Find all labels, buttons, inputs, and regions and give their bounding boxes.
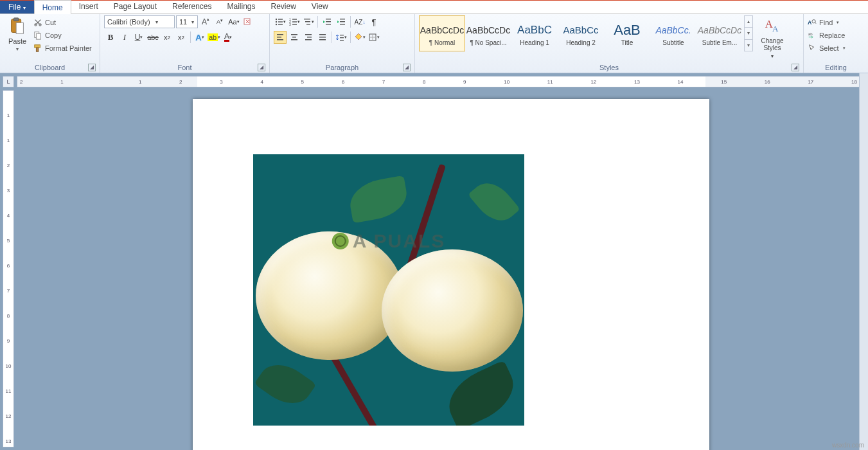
- svg-rect-1: [13, 18, 19, 21]
- multilevel-button[interactable]: ▾: [302, 15, 315, 28]
- shrink-font-button[interactable]: A▾: [213, 15, 226, 28]
- align-center-button[interactable]: [288, 31, 301, 44]
- change-case-button[interactable]: Aa▾: [227, 15, 240, 28]
- style-subtitle[interactable]: AaBbCc.Subtitle: [650, 15, 696, 51]
- tab-insert[interactable]: Insert: [71, 0, 106, 14]
- svg-rect-36: [291, 39, 297, 40]
- style-no-spacing[interactable]: AaBbCcDc¶ No Spaci...: [465, 15, 511, 51]
- group-clipboard: Paste ▾ Cut Copy Format Painter Clipboar…: [0, 14, 100, 73]
- svg-rect-17: [292, 19, 297, 19]
- show-marks-button[interactable]: ¶: [368, 15, 380, 28]
- replace-button[interactable]: ab Replace: [808, 30, 846, 41]
- numbering-icon: 123: [288, 17, 297, 26]
- sort-button[interactable]: AZ↓: [353, 15, 366, 28]
- replace-icon: ab: [808, 31, 817, 40]
- svg-text:3: 3: [289, 22, 291, 26]
- superscript-button[interactable]: x2: [175, 31, 188, 44]
- clear-format-icon: [243, 17, 253, 27]
- paragraph-dialog-launcher[interactable]: ◢: [403, 64, 411, 71]
- decrease-indent-button[interactable]: [321, 15, 333, 28]
- grow-font-button[interactable]: A▴: [199, 15, 212, 28]
- style-heading1[interactable]: AaBbCHeading 1: [511, 15, 558, 51]
- vertical-scrollbar[interactable]: [859, 73, 868, 450]
- clear-formatting-button[interactable]: [242, 15, 254, 28]
- group-label-editing: Editing: [825, 64, 847, 71]
- clipboard-dialog-launcher[interactable]: ◢: [88, 64, 96, 71]
- svg-rect-45: [340, 40, 344, 40]
- align-right-button[interactable]: [302, 31, 315, 44]
- copy-button[interactable]: Copy: [33, 30, 92, 41]
- svg-rect-22: [304, 19, 310, 19]
- copy-icon: [33, 31, 42, 40]
- multilevel-icon: [303, 17, 312, 26]
- horizontal-ruler[interactable]: 21123456789101112131415161718: [17, 76, 860, 87]
- subscript-button[interactable]: x2: [161, 31, 173, 44]
- bold-button[interactable]: B: [104, 31, 117, 44]
- svg-rect-27: [326, 24, 331, 24]
- font-color-button[interactable]: A▾: [222, 31, 235, 44]
- paste-icon: [8, 17, 27, 36]
- text-effects-button[interactable]: A▾: [193, 31, 206, 44]
- svg-rect-38: [307, 37, 312, 38]
- svg-rect-40: [319, 34, 326, 35]
- change-styles-button[interactable]: AA Change Styles▾: [757, 15, 788, 60]
- style-title[interactable]: AaBTitle: [604, 15, 650, 51]
- svg-rect-28: [340, 19, 345, 19]
- style-normal[interactable]: AaBbCcDc¶ Normal: [419, 15, 465, 51]
- format-painter-button[interactable]: Format Painter: [33, 42, 92, 54]
- svg-rect-25: [326, 19, 331, 19]
- inserted-image[interactable]: A PUALS: [253, 154, 524, 426]
- increase-indent-button[interactable]: [335, 15, 348, 28]
- tab-strip: File ▾ Home Insert Page Layout Reference…: [0, 0, 868, 14]
- outdent-icon: [323, 17, 332, 26]
- tab-review[interactable]: Review: [263, 0, 304, 14]
- workspace: L 21123456789101112131415161718 11234567…: [0, 73, 868, 450]
- svg-rect-32: [277, 37, 281, 38]
- find-button[interactable]: A Find▾: [808, 17, 846, 28]
- shading-button[interactable]: ▾: [353, 31, 366, 44]
- highlight-button[interactable]: ab▾: [208, 31, 220, 44]
- justify-button[interactable]: [316, 31, 329, 44]
- vertical-ruler[interactable]: 112345678910111213: [3, 90, 14, 447]
- paste-button[interactable]: Paste ▾: [4, 15, 31, 52]
- tab-file[interactable]: File ▾: [0, 0, 34, 14]
- select-icon: [808, 44, 817, 53]
- svg-rect-26: [326, 21, 331, 22]
- cut-button[interactable]: Cut: [33, 17, 92, 28]
- select-button[interactable]: Select▾: [808, 42, 846, 54]
- svg-rect-43: [340, 35, 344, 35]
- underline-button[interactable]: U▾: [132, 31, 145, 44]
- tab-references[interactable]: References: [164, 0, 219, 14]
- line-spacing-icon: [335, 33, 344, 42]
- style-subtle-emphasis[interactable]: AaBbCcDcSubtle Em...: [696, 15, 743, 51]
- tab-mailings[interactable]: Mailings: [219, 0, 263, 14]
- find-icon: A: [808, 18, 817, 27]
- font-size-combo[interactable]: 11▾: [176, 15, 198, 28]
- tab-view[interactable]: View: [304, 0, 336, 14]
- group-paragraph: ▾ 123▾ ▾ AZ↓ ¶ ▾ ▾ ▾ Par: [270, 14, 415, 73]
- styles-scroll[interactable]: ▴▾▾: [744, 15, 753, 51]
- align-left-button[interactable]: [274, 31, 287, 44]
- svg-rect-31: [277, 34, 283, 35]
- line-spacing-button[interactable]: ▾: [335, 31, 348, 44]
- tab-selector[interactable]: L: [3, 76, 14, 87]
- numbering-button[interactable]: 123▾: [288, 15, 301, 28]
- bullets-button[interactable]: ▾: [274, 15, 287, 28]
- tab-page-layout[interactable]: Page Layout: [106, 0, 164, 14]
- styles-dialog-launcher[interactable]: ◢: [792, 64, 799, 71]
- strike-button[interactable]: abc: [146, 31, 159, 44]
- tab-home[interactable]: Home: [34, 0, 71, 14]
- svg-rect-33: [277, 39, 283, 40]
- style-heading2[interactable]: AaBbCcHeading 2: [558, 15, 604, 51]
- italic-button[interactable]: I: [118, 31, 131, 44]
- styles-gallery: AaBbCcDc¶ Normal AaBbCcDc¶ No Spaci... A…: [419, 15, 753, 51]
- borders-button[interactable]: ▾: [368, 31, 380, 44]
- font-name-combo[interactable]: Calibri (Body)▾: [104, 15, 175, 28]
- svg-rect-35: [292, 37, 296, 38]
- group-label-clipboard: Clipboard: [35, 64, 65, 71]
- svg-point-14: [276, 24, 277, 25]
- ribbon: Paste ▾ Cut Copy Format Painter Clipboar…: [0, 14, 868, 73]
- svg-rect-11: [278, 19, 283, 19]
- svg-rect-9: [244, 19, 250, 24]
- font-dialog-launcher[interactable]: ◢: [258, 64, 265, 71]
